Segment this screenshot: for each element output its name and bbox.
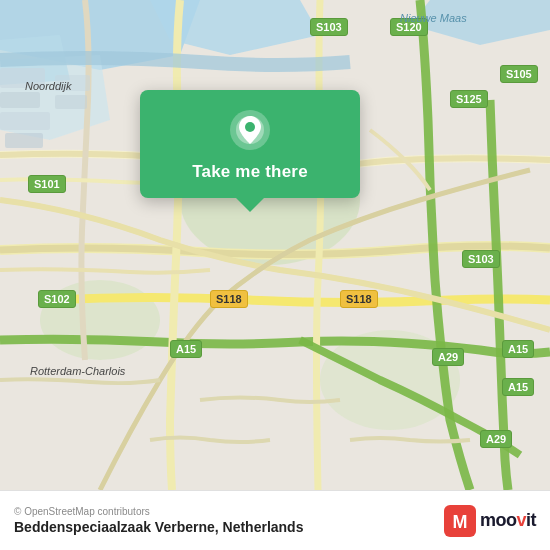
map-label-nieuwe-maas: Nieuwe Maas: [400, 12, 467, 24]
moovit-logo: M moovit: [444, 505, 536, 537]
road-label-s118-left: S118: [210, 290, 248, 308]
moovit-icon: M: [444, 505, 476, 537]
road-label-a15-right: A15: [502, 340, 534, 358]
road-label-s101: S101: [28, 175, 66, 193]
svg-rect-9: [55, 95, 87, 109]
svg-rect-6: [0, 112, 50, 130]
map-container: S103 S120 S105 S125 S101 S103 S102 S118 …: [0, 0, 550, 490]
road-label-s102: S102: [38, 290, 76, 308]
copyright-text: © OpenStreetMap contributors: [14, 506, 303, 517]
road-label-s105: S105: [500, 65, 538, 83]
svg-point-12: [245, 122, 255, 132]
location-pin-icon: [228, 108, 272, 152]
road-label-s118-right: S118: [340, 290, 378, 308]
svg-rect-7: [5, 133, 43, 148]
road-label-a15-far: A15: [502, 378, 534, 396]
popup-label: Take me there: [192, 162, 308, 182]
road-label-a29-top: A29: [432, 348, 464, 366]
svg-rect-5: [0, 92, 40, 108]
map-label-rotterdam-charlois: Rotterdam-Charlois: [30, 365, 125, 377]
road-label-s125: S125: [450, 90, 488, 108]
location-name: Beddenspeciaalzaak Verberne, Netherlands: [14, 519, 303, 535]
road-label-s103-top: S103: [310, 18, 348, 36]
road-label-a29-bot: A29: [480, 430, 512, 448]
road-label-s103-mid: S103: [462, 250, 500, 268]
svg-text:M: M: [452, 512, 467, 532]
footer-bar: © OpenStreetMap contributors Beddenspeci…: [0, 490, 550, 550]
road-label-a15-left: A15: [170, 340, 202, 358]
footer-left: © OpenStreetMap contributors Beddenspeci…: [14, 506, 303, 535]
moovit-text: moovit: [480, 510, 536, 531]
map-label-noorddijk: Noorddijk: [25, 80, 71, 92]
take-me-there-button[interactable]: Take me there: [140, 90, 360, 198]
